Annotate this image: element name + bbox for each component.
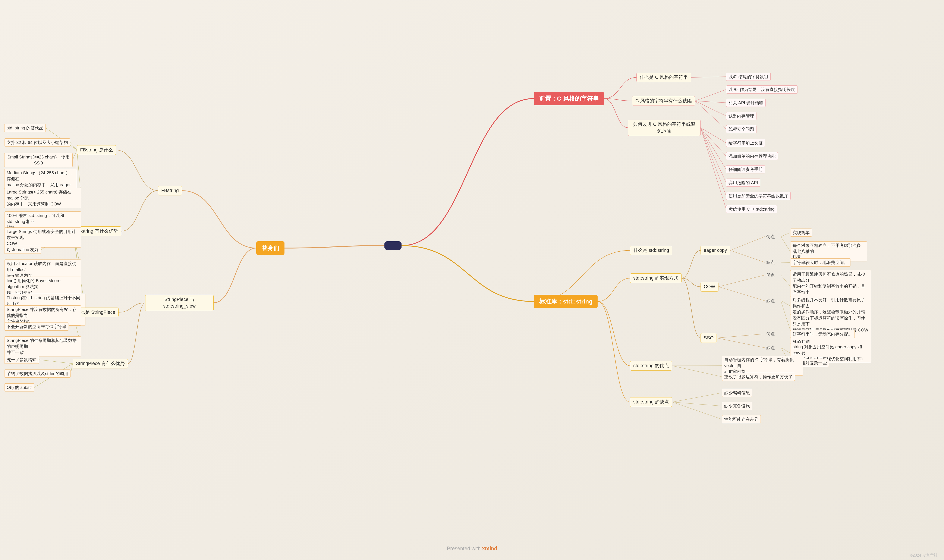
ec-adv-1: 实现简单	[790, 229, 812, 237]
center-node	[384, 242, 401, 250]
fbs-item-2: 支持 32 和 64 位以及大小端架构	[4, 138, 70, 146]
node-c-improve: 如何改进 C 风格的字符串或避免危险	[628, 120, 701, 136]
node-c-is: 什么是 C 风格的字符串	[637, 72, 691, 82]
svg-line-40	[717, 338, 765, 348]
footer: Presented with xmind	[447, 546, 497, 551]
node-c-issues: C 风格的字符串有什么缺陷	[632, 96, 695, 106]
stdis-item-2: 缺少完备设施	[722, 402, 752, 410]
node-std-is: 什么是 std::string	[630, 246, 672, 255]
fbs-item-1: std::string 的替代品	[4, 124, 46, 132]
svg-line-20	[695, 101, 726, 116]
cis-item-1: 以\0' 结尾的字符数组	[726, 72, 770, 81]
cow-dis-1: 对多线程并不友好，引用计数需要原子操作和固定的操作顺序，这些会带来额外的开销	[790, 296, 872, 316]
svg-line-17	[691, 77, 726, 77]
cimp-item-3: 仔细阅读参考手册	[726, 165, 765, 174]
svg-line-34	[781, 275, 790, 286]
svg-line-38	[717, 334, 765, 338]
fbs-item-5: Large Strings(> 255 chars) 存储在 malloc 分配…	[4, 188, 81, 208]
stadv-item-2: 重载了很多运算符，操作更加方便了	[722, 373, 795, 381]
node-cow: COW	[701, 282, 718, 292]
node-stringpiece: StringPiece 与 std::string_view	[145, 295, 214, 311]
fbs-item-3: Small Strings(<=23 chars)，使用 SSO	[4, 153, 72, 167]
ciss-item-1: 以 \0' 作为结尾，没有直接指明长度	[726, 85, 798, 94]
node-sp-adv: StringPiece 有什么优势	[72, 359, 128, 368]
svg-line-19	[695, 101, 726, 103]
svg-line-36	[781, 301, 790, 306]
cimp-item-4: 弃用危险的 API	[726, 178, 760, 187]
svg-line-1	[70, 143, 77, 150]
svg-line-25	[701, 128, 726, 183]
node-tishens: 替身们	[256, 242, 284, 255]
stdis-item-3: 性能可能存在差异	[722, 415, 761, 423]
node-fbstring-is: FBstring 是什么	[77, 145, 116, 155]
svg-line-45	[672, 393, 722, 402]
node-std-impl: std::string 的实现方式	[630, 273, 681, 283]
node-sso: SSO	[701, 333, 717, 343]
ec-dis-label: 缺点：	[765, 258, 781, 266]
spis-item-3: StringPiece 的生命周期和其包装数据的声明周期并不一致	[4, 336, 81, 357]
svg-line-37	[781, 301, 790, 330]
cimp-item-5: 使用更加安全的字符串函数数库	[726, 192, 791, 200]
node-stdlib: 标准库：std::string	[534, 295, 598, 308]
cimp-item-2: 添加简单的内存管理功能	[726, 152, 778, 160]
sso-adv-label: 优点：	[765, 330, 781, 338]
spadv-item-2: 节约了数据拷贝以及strlen的调用	[4, 369, 71, 378]
spis-item-2: 不会开辟新的空间来存储字符串	[4, 323, 69, 331]
mindmap: 替身们 FBstring FBstring 是什么 std::string 的替…	[0, 0, 944, 560]
cow-dis-label: 缺点：	[765, 297, 781, 305]
svg-line-29	[781, 232, 790, 237]
fadv-item-3: 对 Jemalloc 友好	[4, 246, 41, 254]
fadv-item-2: Large Strings 使用线程安全的引用计数来实现COW	[4, 228, 81, 248]
cow-adv-label: 优点：	[765, 271, 781, 279]
sso-dis-label: 缺点：	[765, 344, 781, 352]
ciss-item-2: 相关 API 设计糟糕	[726, 98, 766, 107]
svg-line-35	[718, 287, 765, 301]
node-std-dis: std::string 的缺点	[630, 397, 672, 407]
ciss-item-3: 缺乏内存管理	[726, 112, 756, 120]
ciss-item-4: 线程安全问题	[726, 125, 756, 133]
sso-adv-1: 短字符串时，无动态内存分配。	[790, 330, 855, 338]
svg-line-24	[701, 128, 726, 169]
svg-line-46	[672, 402, 722, 406]
spadv-item-1: 统一了参数格式	[4, 355, 39, 364]
svg-line-23	[701, 128, 726, 156]
svg-line-15	[71, 363, 72, 374]
svg-line-14	[39, 360, 72, 363]
svg-line-27	[701, 128, 726, 209]
svg-line-31	[730, 250, 765, 262]
svg-line-18	[695, 89, 726, 101]
node-cstyle: 前置：C 风格的字符串	[534, 92, 604, 105]
svg-line-41	[781, 348, 790, 353]
svg-line-26	[701, 128, 726, 196]
svg-line-47	[672, 402, 722, 419]
svg-line-30	[781, 237, 790, 251]
cimp-item-1: 给字符串加上长度	[726, 139, 765, 147]
svg-line-2	[72, 150, 77, 160]
spadv-item-3: O(l) 的 substr	[4, 383, 34, 391]
copyright: ©2024 食鱼学社	[910, 553, 938, 558]
node-fbstring: FBstring	[158, 186, 182, 195]
svg-line-28	[730, 237, 765, 250]
stdis-item-1: 缺少编码信息	[722, 389, 752, 397]
svg-line-33	[718, 275, 765, 287]
ec-dis-1: 字符串较大时，地浪费空间。	[790, 258, 850, 266]
node-eagercopy: eager copy	[701, 246, 730, 255]
cimp-item-6: 考虑使用 C++ std::string	[726, 205, 777, 213]
ec-adv-label: 优点：	[765, 233, 781, 240]
svg-line-32	[781, 262, 790, 263]
footer-brand: xmind	[482, 546, 497, 551]
node-std-adv: std::string 的优点	[630, 361, 672, 371]
svg-line-44	[672, 366, 722, 377]
svg-line-22	[701, 128, 726, 143]
